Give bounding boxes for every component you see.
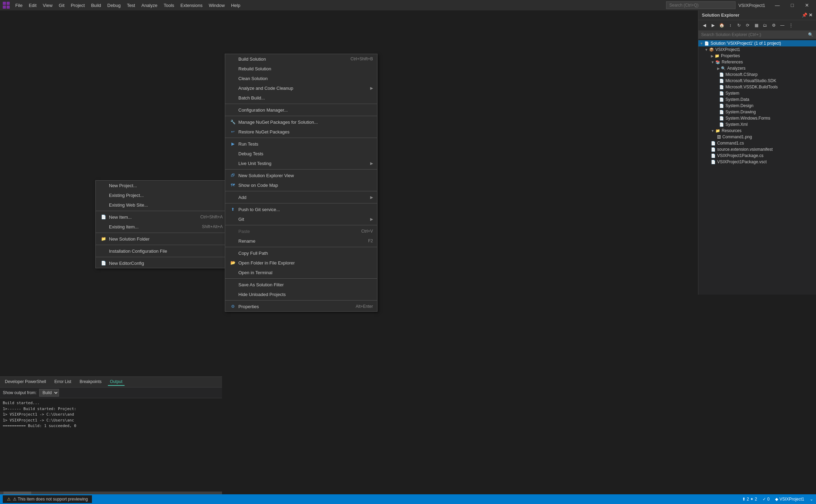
se-chevron-resources: ▼ [711, 129, 714, 133]
cm-open-terminal[interactable]: Open in Terminal [225, 268, 377, 277]
se-filter-button[interactable]: 🗂 [761, 21, 769, 29]
menu-build[interactable]: Build [88, 1, 104, 9]
se-search-box[interactable]: 🔍 [698, 31, 816, 39]
cm-left-new-item[interactable]: 📄 New Item... Ctrl+Shift+A [96, 212, 227, 222]
se-label-command1-cs: Command1.cs [717, 141, 744, 146]
se-item-system-xml[interactable]: 📄 System.Xml [698, 121, 816, 128]
cm-batch-build[interactable]: Batch Build... [225, 93, 377, 103]
se-search-input[interactable] [701, 32, 808, 37]
menu-debug[interactable]: Debug [104, 1, 123, 9]
maximize-button[interactable]: □ [787, 2, 798, 9]
cm-new-solution-explorer-view[interactable]: 🗗 New Solution Explorer View [225, 171, 377, 180]
se-home-button[interactable]: 🏠 [718, 21, 725, 29]
output-tab-bar: Developer PowerShell Error List Breakpoi… [0, 377, 222, 388]
cm-add[interactable]: Add ▶ [225, 192, 377, 202]
title-search-input[interactable] [666, 1, 736, 9]
se-item-system-drawing[interactable]: 📄 System.Drawing [698, 109, 816, 115]
cm-rebuild-solution[interactable]: Rebuild Solution [225, 64, 377, 73]
se-item-analyzers[interactable]: ▶ 🔍 Analyzers [698, 65, 816, 71]
menu-file[interactable]: File [12, 1, 25, 9]
se-collapse-button[interactable]: — [779, 21, 786, 29]
cm-left-existing-project[interactable]: Existing Project... [96, 190, 227, 200]
cm-manage-nuget[interactable]: 🔧 Manage NuGet Packages for Solution... [225, 117, 377, 127]
tab-breakpoints[interactable]: Breakpoints [77, 378, 103, 386]
cm-push-git[interactable]: ⬆ Push to Git service... [225, 205, 377, 214]
cm-analyze-cleanup[interactable]: Analyze and Code Cleanup ▶ [225, 83, 377, 93]
se-item-microsoft-csharp[interactable]: 📄 Microsoft.CSharp [698, 71, 816, 78]
minimize-button[interactable]: — [771, 2, 784, 9]
cm-git[interactable]: Git ▶ [225, 214, 377, 224]
menu-extensions[interactable]: Extensions [178, 1, 205, 9]
output-source-select[interactable]: Build [39, 389, 59, 397]
cm-left-new-solution-folder[interactable]: 📁 New Solution Folder [96, 234, 227, 244]
se-item-solution[interactable]: ▼ 📄 Solution 'VSIXProject1' (1 of 1 proj… [698, 40, 816, 46]
se-item-command1-cs[interactable]: 📄 Command1.cs [698, 140, 816, 146]
menu-view[interactable]: View [40, 1, 55, 9]
tab-developer-powershell[interactable]: Developer PowerShell [3, 378, 48, 386]
se-item-vsixproject1[interactable]: ▼ 📦 VSIXProject1 [698, 46, 816, 53]
tab-output[interactable]: Output [108, 378, 125, 386]
cm-properties[interactable]: ⚙ Properties Alt+Enter [225, 302, 377, 311]
tab-error-list[interactable]: Error List [52, 378, 74, 386]
se-item-vsixpackage-vsct[interactable]: 📄 VSIXProject1Package.vsct [698, 159, 816, 165]
cm-config-manager[interactable]: Configuration Manager... [225, 105, 377, 115]
se-view-button[interactable]: ▦ [753, 21, 760, 29]
menu-project[interactable]: Project [68, 1, 87, 9]
cm-copy-full-path[interactable]: Copy Full Path [225, 248, 377, 258]
app-title: VSIXProject1 [738, 3, 765, 8]
se-refresh-button[interactable]: ↻ [735, 21, 743, 29]
cm-left-existing-website[interactable]: Existing Web Site... [96, 200, 227, 210]
se-item-references[interactable]: ▼ 📚 References [698, 59, 816, 65]
menu-edit[interactable]: Edit [26, 1, 39, 9]
se-icon-system-xml: 📄 [719, 122, 724, 127]
cm-build-solution[interactable]: Build Solution Ctrl+Shift+B [225, 54, 377, 64]
se-pin-button[interactable]: 📌 [802, 12, 807, 18]
horizontal-scrollbar[interactable] [0, 492, 222, 494]
se-item-system-winforms[interactable]: 📄 System.Windows.Forms [698, 115, 816, 121]
se-close-button[interactable]: ✕ [809, 12, 813, 18]
se-item-resources[interactable]: ▼ 📁 Resources [698, 128, 816, 134]
se-item-system[interactable]: 📄 System [698, 90, 816, 96]
se-item-properties[interactable]: ▶ 📁 Properties [698, 53, 816, 59]
se-sync-button[interactable]: ↕ [726, 21, 734, 29]
se-item-command1-png[interactable]: 🖼 Command1.png [698, 134, 816, 140]
se-item-ms-vs-sdk[interactable]: 📄 Microsoft.VisualStudio.SDK [698, 78, 816, 84]
horizontal-scrollbar-thumb[interactable] [3, 492, 31, 494]
cm-debug-tests[interactable]: Debug Tests [225, 149, 377, 158]
se-item-ms-vssdk-buildtools[interactable]: 📄 Microsoft.VSSDK.BuildTools [698, 84, 816, 90]
se-refresh2-button[interactable]: ⟳ [744, 21, 751, 29]
se-settings-button[interactable]: ⚙ [770, 21, 777, 29]
cm-clean-solution[interactable]: Clean Solution [225, 73, 377, 83]
title-bar: File Edit View Git Project Build Debug T… [0, 0, 816, 10]
se-item-vsixpackage-cs[interactable]: 📄 VSIXProject1Package.cs [698, 153, 816, 159]
cm-rename[interactable]: Rename F2 [225, 236, 377, 246]
menu-help[interactable]: Help [228, 1, 243, 9]
cm-open-folder[interactable]: 📂 Open Folder in File Explorer [225, 258, 377, 268]
menu-git[interactable]: Git [56, 1, 67, 9]
cm-left-install-config[interactable]: Installation Configuration File [96, 246, 227, 256]
menu-tools[interactable]: Tools [161, 1, 177, 9]
cm-left-new-project[interactable]: New Project... [96, 181, 227, 190]
cm-run-tests[interactable]: ▶ Run Tests [225, 139, 377, 149]
cm-hide-unloaded[interactable]: Hide Unloaded Projects [225, 289, 377, 299]
se-icon-ms-vs-sdk: 📄 [719, 79, 724, 83]
menu-analyze[interactable]: Analyze [138, 1, 160, 9]
menu-test[interactable]: Test [124, 1, 138, 9]
close-button[interactable]: ✕ [801, 2, 813, 9]
cm-save-solution-filter[interactable]: Save As Solution Filter [225, 280, 377, 289]
cm-restore-nuget[interactable]: ↩ Restore NuGet Packages [225, 127, 377, 137]
se-forward-button[interactable]: ▶ [709, 21, 717, 29]
se-chevron-solution: ▼ [700, 42, 703, 45]
se-back-button[interactable]: ◀ [700, 21, 708, 29]
menu-window[interactable]: Window [206, 1, 228, 9]
se-more-button[interactable]: ⋮ [787, 21, 795, 29]
se-item-system-design[interactable]: 📄 System.Design [698, 103, 816, 109]
cm-show-code-map[interactable]: 🗺 Show on Code Map [225, 180, 377, 190]
cm-left-existing-item[interactable]: Existing Item... Shift+Alt+A [96, 222, 227, 232]
se-item-system-data[interactable]: 📄 System.Data [698, 96, 816, 103]
cm-left-new-editorconfig[interactable]: 📄 New EditorConfig [96, 258, 227, 268]
se-label-ms-vs-sdk: Microsoft.VisualStudio.SDK [725, 78, 776, 83]
se-item-vsixmanifest[interactable]: 📄 source.extension.vsixmanifest [698, 146, 816, 153]
status-bar-left: ⚠ ⚠ This item does not support previewin… [3, 495, 742, 503]
cm-live-unit-testing[interactable]: Live Unit Testing ▶ [225, 158, 377, 168]
